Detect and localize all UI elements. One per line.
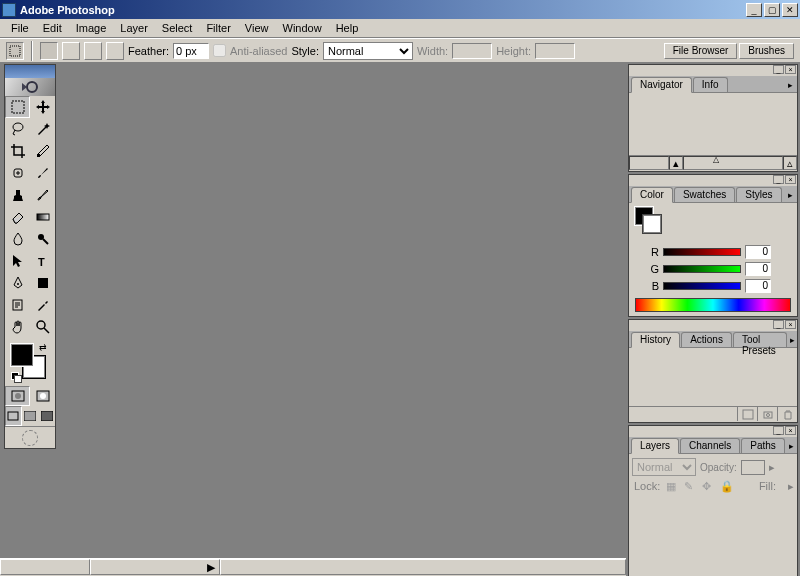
g-slider[interactable] [663,265,741,273]
status-zoom[interactable] [0,559,90,575]
feather-input[interactable] [173,43,209,59]
panel-menu-icon[interactable]: ▸ [786,441,797,453]
svg-rect-20 [41,411,53,421]
new-snapshot-icon[interactable] [757,407,777,421]
eyedropper-tool[interactable] [30,294,55,316]
zoom-in-icon[interactable]: ▵ [783,156,797,170]
default-colors-icon[interactable] [11,372,21,382]
layer-list[interactable] [632,495,794,576]
g-input[interactable] [745,262,771,276]
menu-window[interactable]: Window [276,20,329,36]
quick-mask-button[interactable] [30,386,55,406]
healing-brush-tool[interactable] [5,162,30,184]
minimize-button[interactable]: _ [746,3,762,17]
navigator-preview[interactable] [629,93,797,155]
tab-info[interactable]: Info [693,77,728,92]
menu-image[interactable]: Image [69,20,114,36]
panel-close-button[interactable]: × [785,320,796,329]
blur-tool[interactable] [5,228,30,250]
tab-layers[interactable]: Layers [631,438,679,454]
panel-close-button[interactable]: × [785,426,796,435]
r-input[interactable] [745,245,771,259]
b-slider[interactable] [663,282,741,290]
color-ramp[interactable] [635,298,791,312]
move-tool[interactable] [30,96,55,118]
menu-file[interactable]: File [4,20,36,36]
tab-channels[interactable]: Channels [680,438,740,453]
tab-actions[interactable]: Actions [681,332,732,347]
panel-close-button[interactable]: × [785,175,796,184]
marquee-tool[interactable] [5,96,30,118]
menu-filter[interactable]: Filter [199,20,237,36]
full-screen-button[interactable] [38,406,55,426]
tab-tool-presets[interactable]: Tool Presets [733,332,787,347]
path-select-tool[interactable] [5,250,30,272]
tab-swatches[interactable]: Swatches [674,187,735,202]
menu-select[interactable]: Select [155,20,200,36]
full-screen-menubar-button[interactable] [22,406,39,426]
panel-menu-icon[interactable]: ▸ [788,335,797,347]
tab-paths[interactable]: Paths [741,438,785,453]
style-select[interactable]: Normal [323,42,413,60]
new-selection-button[interactable] [40,42,58,60]
bg-color-swatch[interactable] [643,215,661,233]
zoom-out-icon[interactable]: ▴ [669,156,683,170]
zoom-slider[interactable]: △ [683,156,783,170]
jump-to-imageready-button[interactable] [5,426,55,448]
brush-tool[interactable] [30,162,55,184]
b-input[interactable] [745,279,771,293]
pen-tool[interactable] [5,272,30,294]
new-doc-from-state-icon[interactable] [737,407,757,421]
foreground-color-swatch[interactable] [11,344,33,366]
r-slider[interactable] [663,248,741,256]
toolbox-header[interactable] [5,65,55,78]
swap-colors-icon[interactable]: ⇄ [39,342,49,352]
close-button[interactable]: ✕ [782,3,798,17]
clone-stamp-tool[interactable] [5,184,30,206]
history-list[interactable] [629,348,797,406]
panel-minimize-button[interactable]: _ [773,426,784,435]
eraser-tool[interactable] [5,206,30,228]
file-browser-tab[interactable]: File Browser [664,43,738,59]
shape-tool[interactable] [30,272,55,294]
menu-layer[interactable]: Layer [113,20,155,36]
standard-mode-button[interactable] [5,386,30,406]
tool-preset-picker[interactable] [6,42,24,60]
menu-view[interactable]: View [238,20,276,36]
zoom-value-input[interactable] [629,156,669,170]
gradient-tool[interactable] [30,206,55,228]
panel-minimize-button[interactable]: _ [773,175,784,184]
history-brush-tool[interactable] [30,184,55,206]
panel-close-button[interactable]: × [785,65,796,74]
standard-screen-button[interactable] [5,406,22,426]
tab-navigator[interactable]: Navigator [631,77,692,93]
dodge-tool[interactable] [30,228,55,250]
tab-color[interactable]: Color [631,187,673,203]
wand-tool[interactable] [30,118,55,140]
menu-help[interactable]: Help [329,20,366,36]
r-label: R [649,246,659,258]
brushes-tab[interactable]: Brushes [739,43,794,59]
panel-minimize-button[interactable]: _ [773,65,784,74]
type-tool[interactable]: T [30,250,55,272]
menu-edit[interactable]: Edit [36,20,69,36]
panel-minimize-button[interactable]: _ [773,320,784,329]
svg-point-1 [27,82,37,92]
panel-menu-icon[interactable]: ▸ [783,80,797,92]
tab-history[interactable]: History [631,332,680,348]
intersect-selection-button[interactable] [106,42,124,60]
crop-tool[interactable] [5,140,30,162]
add-selection-button[interactable] [62,42,80,60]
zoom-tool[interactable] [30,316,55,338]
hand-tool[interactable] [5,316,30,338]
height-input [535,43,575,59]
tab-styles[interactable]: Styles [736,187,781,202]
lasso-tool[interactable] [5,118,30,140]
slice-tool[interactable] [30,140,55,162]
panel-menu-icon[interactable]: ▸ [783,190,797,202]
delete-state-icon[interactable] [777,407,797,421]
subtract-selection-button[interactable] [84,42,102,60]
maximize-button[interactable]: ▢ [764,3,780,17]
status-info[interactable]: ▶ [90,559,220,575]
notes-tool[interactable] [5,294,30,316]
